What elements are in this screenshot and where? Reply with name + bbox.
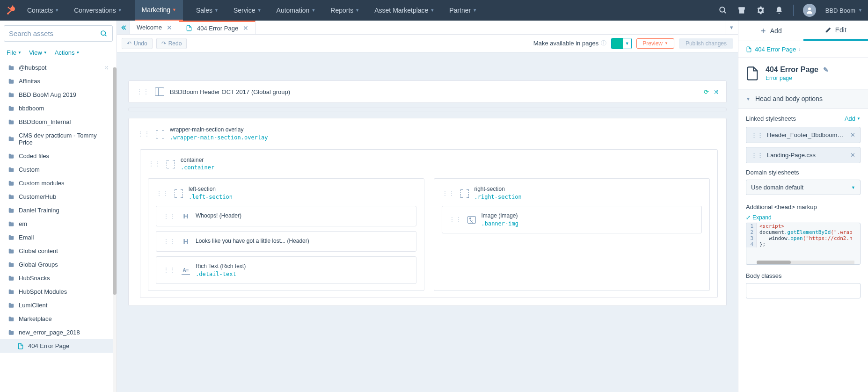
nav-reports[interactable]: Reports▼ — [328, 0, 361, 21]
scrollbar[interactable] — [113, 67, 117, 392]
search-input[interactable] — [9, 29, 100, 37]
module-rich-text[interactable]: ⋮⋮ A≡ Rich Text (Rich text) .detail-text — [156, 256, 416, 284]
search-box[interactable] — [4, 25, 113, 42]
nav-asset-marketplace[interactable]: Asset Marketplace▼ — [372, 0, 436, 21]
preview-button[interactable]: Preview▼ — [636, 38, 674, 49]
folder-item[interactable]: CustomerHub — [0, 190, 117, 203]
close-icon[interactable]: ✕ — [850, 131, 855, 138]
linked-stylesheet-item[interactable]: ⋮⋮ Header_Footer_Bbdboom_Oct... ✕ — [746, 127, 861, 143]
nav-service[interactable]: Service▼ — [232, 0, 263, 21]
folder-item[interactable]: bbdboom — [0, 102, 117, 115]
domain-stylesheets-select[interactable]: Use domain default ▼ — [746, 180, 861, 195]
nav-items: Contacts▼ Conversations▼ Marketing▼ Sale… — [25, 0, 718, 21]
drag-handle-icon[interactable]: ⋮⋮ — [442, 191, 455, 195]
folder-item[interactable]: Daniel Training — [0, 203, 117, 217]
body-classes-input[interactable] — [746, 283, 861, 298]
nav-marketing[interactable]: Marketing▼ — [135, 0, 183, 21]
module-image[interactable]: ⋮⋮ Image (Image) .banner-img — [442, 206, 702, 234]
folder-item[interactable]: HubSpot Modules — [0, 285, 117, 298]
drag-handle-icon[interactable]: ⋮⋮ — [751, 152, 763, 159]
marketplace-icon[interactable] — [737, 6, 746, 15]
folder-item[interactable]: Affinitas — [0, 74, 117, 88]
drag-handle-icon[interactable]: ⋮⋮ — [163, 214, 176, 218]
folder-item[interactable]: new_error_page_2018 — [0, 326, 117, 339]
pencil-icon[interactable]: ✎ — [823, 66, 829, 73]
undo-button[interactable]: ↶Undo — [122, 38, 153, 49]
tab-404-error-page[interactable]: 404 Error Page✕ — [179, 21, 255, 34]
redo-button[interactable]: ↷Redo — [156, 38, 187, 49]
bell-icon[interactable] — [774, 6, 784, 15]
folder-item[interactable]: CMS dev practicum - Tommy Price — [0, 129, 117, 149]
add-stylesheet-button[interactable]: Add▼ — [845, 115, 861, 122]
search-icon[interactable] — [718, 6, 728, 15]
nav-conversations[interactable]: Conversations▼ — [72, 0, 124, 21]
left-section-block[interactable]: ⋮⋮ left-section .left-section ⋮⋮ H — [148, 178, 424, 291]
tab-edit[interactable]: Edit — [803, 21, 868, 41]
head-markup-code[interactable]: 1<script> 2document.getElementById(".wra… — [746, 223, 861, 265]
new-tab-button[interactable]: ▾ — [725, 21, 738, 34]
drag-handle-icon[interactable]: ⋮⋮ — [156, 191, 169, 195]
folder-item[interactable]: Email — [0, 231, 117, 244]
menu-file[interactable]: File▼ — [7, 49, 22, 56]
folder-item[interactable]: Global Groups — [0, 258, 117, 271]
folder-item[interactable]: BBDBoom_Internal — [0, 115, 117, 129]
close-icon[interactable]: ✕ — [167, 24, 172, 31]
wrapper-main-section[interactable]: ⋮⋮ wrapper-main-section overlay .wrapper… — [128, 118, 727, 306]
nav-contacts[interactable]: Contacts▼ — [25, 0, 61, 21]
availability-toggle[interactable]: ▼ — [611, 38, 632, 49]
info-icon[interactable]: ⓘ — [601, 39, 606, 47]
left-section-title: left-section .left-section — [189, 185, 233, 201]
folder-item[interactable]: Coded files — [0, 149, 117, 163]
folder-item[interactable]: Marketplace — [0, 312, 117, 326]
tab-add[interactable]: Add — [738, 21, 803, 41]
body-classes-label: Body classes — [746, 272, 861, 279]
avatar[interactable] — [803, 4, 816, 17]
folder-item[interactable]: LumiClient — [0, 298, 117, 312]
drag-handle-icon[interactable]: ⋮⋮ — [163, 240, 176, 243]
container-block[interactable]: ⋮⋮ container .container ⋮⋮ — [140, 149, 718, 298]
module-label: Whoops! (Header) — [196, 212, 241, 220]
nav-partner[interactable]: Partner▼ — [447, 0, 479, 21]
horizontal-scrollbar[interactable] — [757, 261, 854, 264]
collapse-sidebar-button[interactable] — [117, 21, 130, 34]
folder-item[interactable]: Custom modules — [0, 176, 117, 190]
folder-item[interactable]: @hubspot⤭ — [0, 61, 117, 74]
right-panel: Add Edit 404 Error Page › 404 Error Page… — [738, 21, 868, 392]
module-header-2[interactable]: ⋮⋮ H Looks like you have got a little lo… — [156, 231, 416, 252]
folder-item[interactable]: HubSnacks — [0, 271, 117, 285]
folder-list[interactable]: @hubspot⤭AffinitasBBD BooM Aug 2019bbdbo… — [0, 61, 117, 392]
close-icon[interactable]: ✕ — [850, 152, 855, 159]
nav-automation[interactable]: Automation▼ — [275, 0, 318, 21]
close-icon[interactable]: ✕ — [243, 24, 248, 32]
folder-item[interactable]: BBD BooM Aug 2019 — [0, 88, 117, 102]
tab-welcome[interactable]: Welcome✕ — [130, 21, 179, 34]
menu-view[interactable]: View▼ — [29, 49, 47, 56]
file-item-active[interactable]: 404 Error Page — [0, 339, 117, 353]
right-section-block[interactable]: ⋮⋮ right-section .right-section ⋮⋮ — [434, 178, 710, 291]
drag-handle-icon[interactable]: ⋮⋮ — [137, 132, 150, 136]
folder-item[interactable]: em — [0, 217, 117, 231]
account-switcher[interactable]: BBD Boom▼ — [825, 7, 862, 14]
drag-handle-icon[interactable]: ⋮⋮ — [163, 268, 176, 272]
folder-item[interactable]: Global content — [0, 244, 117, 258]
folder-item[interactable]: Custom — [0, 163, 117, 176]
hubspot-logo[interactable] — [6, 5, 17, 16]
shuffle-icon[interactable]: ⤭ — [714, 88, 719, 95]
breadcrumb[interactable]: 404 Error Page › — [738, 41, 868, 58]
expand-button[interactable]: ⤢Expand — [746, 214, 861, 221]
linked-stylesheet-item[interactable]: ⋮⋮ Landing-Page.css ✕ — [746, 147, 861, 163]
publish-button[interactable]: Publish changes — [679, 38, 733, 49]
refresh-icon[interactable]: ⟳ — [704, 88, 709, 95]
global-header-block[interactable]: ⋮⋮ BBDBoom Header OCT 2017 (Global group… — [128, 80, 727, 103]
divider-block[interactable] — [128, 108, 727, 111]
drag-handle-icon[interactable]: ⋮⋮ — [751, 131, 763, 138]
canvas[interactable]: ⋮⋮ BBDBoom Header OCT 2017 (Global group… — [117, 52, 738, 392]
module-header-1[interactable]: ⋮⋮ H Whoops! (Header) — [156, 206, 416, 226]
drag-handle-icon[interactable]: ⋮⋮ — [449, 218, 462, 221]
drag-handle-icon[interactable]: ⋮⋮ — [148, 162, 161, 166]
accordion-head-body[interactable]: ▼ Head and body options — [738, 89, 868, 109]
gear-icon[interactable] — [756, 6, 765, 15]
menu-actions[interactable]: Actions▼ — [55, 49, 80, 56]
drag-handle-icon[interactable]: ⋮⋮ — [136, 90, 149, 94]
nav-sales[interactable]: Sales▼ — [194, 0, 220, 21]
